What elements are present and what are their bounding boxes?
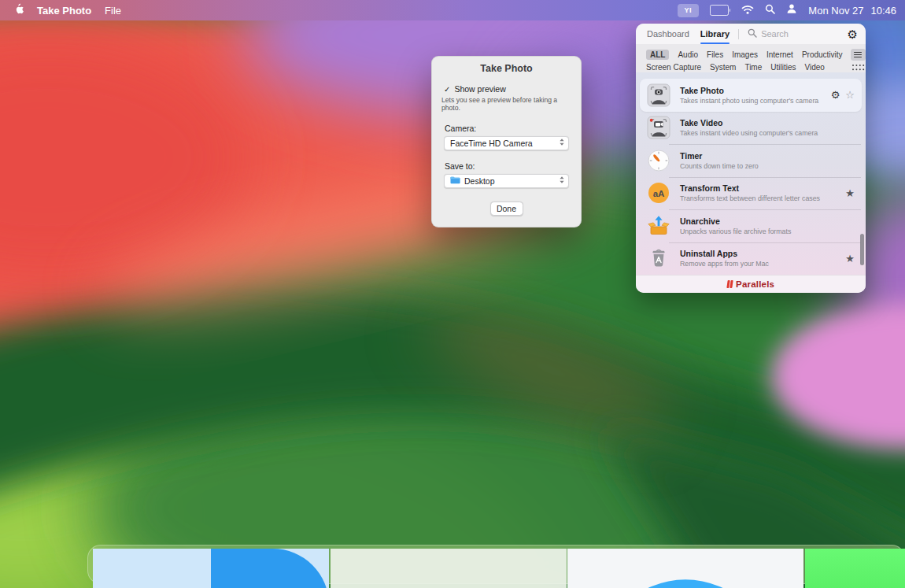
timer-tool-icon — [647, 149, 670, 172]
tool-name: Unarchive — [680, 216, 855, 226]
stepper-icon — [559, 138, 565, 148]
filter-video[interactable]: Video — [804, 63, 824, 72]
camera-select[interactable]: FaceTime HD Camera — [444, 136, 569, 150]
header-divider — [738, 29, 739, 39]
filter-system[interactable]: System — [710, 63, 736, 72]
dock-launchpad[interactable] — [331, 549, 567, 588]
unarchive-tool-icon — [647, 214, 670, 238]
done-button[interactable]: Done — [490, 202, 523, 216]
parallels-toolbox-panel: Dashboard Library Search ⚙ ALL Audio Fil… — [636, 24, 866, 293]
search-input[interactable]: Search — [748, 27, 847, 41]
tool-row-timer[interactable]: Timer Counts down time to zero — [636, 144, 866, 177]
dock: NOV 27 tv ♪ ⚙ — [87, 545, 905, 584]
parallels-toolbox-menu-icon[interactable]: YI — [678, 4, 699, 17]
menu-bar: Take Photo File YI Mon Nov 27 10:46 — [0, 0, 905, 20]
battery-icon[interactable] — [710, 5, 731, 16]
show-preview-checkbox[interactable]: ✓ Show preview — [444, 84, 581, 94]
svg-text:aA: aA — [653, 189, 665, 198]
show-preview-description: Lets you see a preview before taking a p… — [441, 96, 571, 113]
control-center-icon[interactable] — [786, 3, 797, 17]
tool-name: Timer — [680, 151, 855, 161]
take-photo-dialog: Take Photo ✓ Show preview Lets you see a… — [431, 56, 582, 227]
filter-audio[interactable]: Audio — [678, 50, 698, 59]
spotlight-search-icon[interactable] — [765, 3, 775, 17]
tool-row-unarchive[interactable]: Unarchive Unpacks various file archive f… — [636, 209, 866, 242]
tool-list: Take Photo Takes instant photo using com… — [636, 72, 866, 276]
tool-row-take-photo[interactable]: Take Photo Takes instant photo using com… — [640, 79, 862, 112]
tool-name: Uninstall Apps — [680, 249, 845, 258]
search-icon — [748, 27, 757, 41]
checkmark-icon: ✓ — [444, 85, 450, 94]
dialog-title: Take Photo — [432, 63, 581, 74]
search-placeholder: Search — [761, 29, 789, 39]
filter-time[interactable]: Time — [744, 63, 762, 72]
tool-description: Takes instant video using computer's cam… — [680, 129, 855, 137]
list-view-button[interactable] — [851, 49, 866, 61]
tool-description: Counts down time to zero — [680, 162, 855, 170]
show-preview-label: Show preview — [454, 84, 505, 94]
camera-label: Camera: — [445, 124, 581, 133]
parallels-logo-text: Parallels — [736, 279, 774, 289]
uninstall-apps-tool-icon — [647, 246, 670, 270]
tool-row-take-video[interactable]: Take Video Takes instant video using com… — [636, 112, 866, 145]
take-video-tool-icon — [647, 116, 670, 139]
tool-name: Transform Text — [680, 183, 845, 193]
clock-time: 10:46 — [870, 5, 896, 17]
tool-name: Take Photo — [680, 86, 831, 95]
tab-dashboard[interactable]: Dashboard — [647, 24, 689, 44]
tool-description: Transforms text between different letter… — [680, 194, 845, 202]
save-to-select[interactable]: Desktop — [444, 174, 569, 188]
filter-productivity[interactable]: Productivity — [802, 50, 843, 59]
tool-row-transform-text[interactable]: aA Transform Text Transforms text betwee… — [636, 177, 866, 210]
gear-icon[interactable]: ⚙ — [848, 28, 858, 40]
wifi-icon[interactable] — [741, 3, 754, 17]
filter-files[interactable]: Files — [707, 50, 723, 59]
save-to-label: Save to: — [445, 161, 581, 171]
favorite-star-filled-icon[interactable]: ★ — [845, 188, 855, 198]
filter-utilities[interactable]: Utilities — [770, 63, 796, 72]
tool-name: Take Video — [680, 118, 855, 128]
active-app-menu[interactable]: Take Photo — [37, 5, 91, 17]
save-to-select-value: Desktop — [464, 176, 555, 186]
panel-footer: Parallels — [636, 275, 866, 293]
dock-safari[interactable] — [567, 549, 803, 588]
filter-images[interactable]: Images — [732, 50, 758, 59]
clock-date: Mon Nov 27 — [808, 5, 863, 17]
apple-menu-icon[interactable] — [14, 3, 24, 18]
menu-bar-clock[interactable]: Mon Nov 27 10:46 — [808, 5, 896, 17]
dock-messages[interactable] — [805, 549, 905, 588]
filter-internet[interactable]: Internet — [766, 50, 793, 59]
dock-finder[interactable] — [93, 549, 329, 588]
transform-text-tool-icon: aA — [647, 181, 670, 205]
stepper-icon — [559, 176, 565, 186]
tool-description: Takes instant photo using computer's cam… — [680, 97, 831, 105]
tool-row-uninstall-apps[interactable]: Uninstall Apps Remove apps from your Mac… — [636, 242, 866, 276]
file-menu[interactable]: File — [105, 5, 121, 17]
favorite-star-filled-icon[interactable]: ★ — [845, 253, 855, 264]
tool-description: Remove apps from your Mac — [680, 260, 845, 268]
parallels-logo-icon — [727, 280, 733, 288]
camera-select-value: FaceTime HD Camera — [450, 139, 555, 148]
tab-library[interactable]: Library — [700, 24, 730, 44]
filter-screen-capture[interactable]: Screen Capture — [646, 63, 701, 72]
filter-all[interactable]: ALL — [646, 50, 669, 60]
favorite-star-outline-icon[interactable]: ☆ — [845, 90, 855, 100]
panel-header: Dashboard Library Search ⚙ — [636, 24, 866, 44]
panel-scrollbar[interactable] — [860, 234, 864, 265]
take-photo-tool-icon — [647, 83, 670, 107]
tool-settings-icon[interactable]: ⚙ — [831, 90, 840, 100]
folder-icon — [450, 176, 460, 186]
tool-description: Unpacks various file archive formats — [680, 227, 855, 235]
grid-view-button[interactable] — [851, 61, 866, 73]
